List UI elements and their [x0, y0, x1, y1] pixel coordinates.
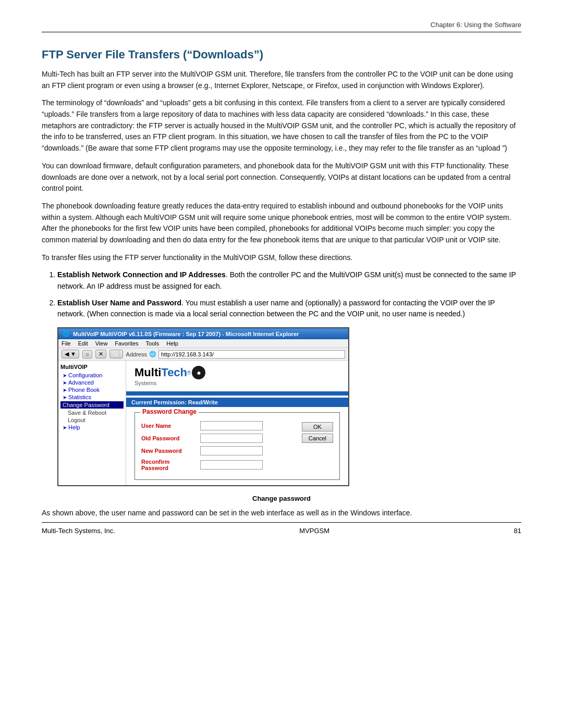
sidebar-item-statistics[interactable]: ➤ Statistics — [60, 394, 124, 400]
sidebar-item-change-password[interactable]: Change Password — [60, 401, 124, 409]
sidebar-item-configuration[interactable]: ➤ Configuration — [60, 372, 124, 378]
page-header: Chapter 6: Using the Software — [42, 21, 521, 32]
form-legend: Password Change — [140, 408, 199, 415]
stop-button[interactable]: ✕ — [95, 350, 106, 359]
cancel-button[interactable]: Cancel — [302, 434, 333, 443]
sidebar-item-save-reboot[interactable]: Save & Reboot — [60, 410, 124, 416]
address-input[interactable] — [158, 350, 345, 359]
password-form-container: Password Change User Name Old Password — [126, 407, 348, 485]
footer-left: Multi-Tech Systems, Inc. — [42, 527, 115, 535]
menu-favorites[interactable]: Favorites — [115, 340, 138, 347]
form-row-new-password: New Password — [141, 446, 297, 455]
paragraph-2: The terminology of “downloads” and “uplo… — [42, 97, 521, 154]
address-label: Address — [126, 351, 147, 357]
list-item-1: Establish Network Connection and IP Addr… — [57, 269, 521, 292]
input-reconfirm-password[interactable] — [200, 460, 263, 470]
paragraph-5: To transfer files using the FTP server f… — [42, 252, 521, 264]
footer-right: 81 — [514, 527, 521, 535]
browser-title-icon: 🌐 — [63, 330, 70, 337]
input-old-password[interactable] — [200, 434, 263, 443]
home-button[interactable]: ⬜ — [109, 350, 123, 359]
form-fields: User Name Old Password New Password — [141, 421, 297, 474]
instructions-list: Establish Network Connection and IP Addr… — [57, 269, 521, 320]
browser-content: MultiVOIP ➤ Configuration ➤ Advanced ➤ P… — [58, 361, 348, 485]
footer-center: MVPGSM — [299, 527, 329, 535]
sidebar-header: MultiVOIP — [60, 364, 124, 370]
ok-button[interactable]: OK — [302, 422, 333, 431]
chapter-label: Chapter 6: Using the Software — [431, 21, 521, 29]
multitech-logo: MultiTech® ● — [134, 366, 205, 379]
label-user-name: User Name — [141, 423, 196, 429]
sidebar-label-statistics: Statistics — [68, 394, 91, 400]
permission-bar: Current Permission: Read/Write — [126, 398, 348, 407]
section-title: FTP Server File Transfers (“Downloads”) — [42, 48, 521, 61]
browser-sidebar: MultiVOIP ➤ Configuration ➤ Advanced ➤ P… — [58, 361, 126, 485]
sidebar-label-configuration: Configuration — [68, 372, 102, 378]
logo-area: MultiTech® ● Systems — [126, 361, 348, 391]
form-inner: User Name Old Password New Password — [141, 421, 333, 474]
list-item-2-bold: Establish User Name and Password — [57, 299, 181, 307]
sidebar-label-help: Help — [68, 424, 80, 430]
back-button[interactable]: ◀ ▼ — [62, 350, 79, 359]
paragraph-4: The phonebook downloading feature greatl… — [42, 201, 521, 246]
after-figure-para: As shown above, the user name and passwo… — [42, 508, 521, 519]
list-item-2: Establish User Name and Password. You mu… — [57, 298, 521, 320]
label-old-password: Old Password — [141, 435, 196, 441]
browser-titlebar: 🌐 MultiVoIP MultiVOIP v6.11.0S (Firmware… — [58, 328, 348, 339]
logo-registered: ® — [187, 370, 191, 376]
refresh-button[interactable]: ○ — [82, 350, 92, 359]
arrow-icon-3: ➤ — [63, 387, 67, 393]
sidebar-item-help[interactable]: ➤ Help — [60, 424, 124, 430]
sidebar-item-logout[interactable]: Logout — [60, 417, 124, 423]
browser-screenshot: 🌐 MultiVoIP MultiVOIP v6.11.0S (Firmware… — [57, 327, 349, 486]
form-row-reconfirm-password: Reconfirm Password — [141, 459, 297, 471]
sidebar-label-save-reboot: Save & Reboot — [68, 410, 106, 416]
sidebar-label-change-password: Change Password — [63, 402, 109, 408]
logo-circle: ● — [192, 366, 205, 379]
browser-menubar[interactable]: File Edit View Favorites Tools Help — [58, 339, 348, 348]
form-buttons: OK Cancel — [302, 421, 333, 474]
label-new-password: New Password — [141, 448, 196, 454]
sidebar-item-phonebook[interactable]: ➤ Phone Book — [60, 387, 124, 393]
browser-main: MultiTech® ● Systems Current Permission:… — [126, 361, 348, 485]
input-user-name[interactable] — [200, 421, 263, 430]
figure-caption: Change password — [42, 495, 521, 502]
form-row-username: User Name — [141, 421, 297, 430]
paragraph-3: You can download firmware, default confi… — [42, 161, 521, 194]
sidebar-label-phonebook: Phone Book — [68, 387, 100, 393]
list-item-1-bold: Establish Network Connection and IP Addr… — [57, 270, 226, 279]
sidebar-item-advanced[interactable]: ➤ Advanced — [60, 379, 124, 386]
blue-bar — [126, 391, 348, 396]
address-bar: Address 🌐 — [126, 350, 345, 359]
page-footer: Multi-Tech Systems, Inc. MVPGSM 81 — [42, 522, 521, 535]
label-reconfirm-password: Reconfirm Password — [141, 459, 196, 471]
menu-file[interactable]: File — [62, 340, 71, 347]
form-row-old-password: Old Password — [141, 434, 297, 443]
menu-view[interactable]: View — [95, 340, 108, 347]
menu-help[interactable]: Help — [166, 340, 178, 347]
menu-edit[interactable]: Edit — [78, 340, 88, 347]
input-new-password[interactable] — [200, 446, 263, 455]
sidebar-label-advanced: Advanced — [68, 379, 94, 386]
sidebar-label-logout: Logout — [68, 417, 85, 423]
browser-title-text: MultiVoIP MultiVOIP v6.11.0S (Firmware :… — [73, 331, 299, 337]
logo-multi: Multi — [134, 366, 161, 379]
paragraph-1: Multi-Tech has built an FTP server into … — [42, 69, 521, 91]
page: Chapter 6: Using the Software FTP Server… — [0, 0, 563, 550]
password-form-box: Password Change User Name Old Password — [134, 412, 340, 480]
arrow-icon-4: ➤ — [63, 394, 67, 400]
arrow-icon-2: ➤ — [63, 380, 67, 386]
logo-circle-icon: ● — [197, 368, 201, 377]
logo-tech: Tech — [161, 366, 187, 379]
arrow-icon-5: ➤ — [63, 425, 67, 430]
logo-systems: Systems — [134, 380, 340, 386]
arrow-icon: ➤ — [63, 373, 67, 378]
browser-toolbar: ◀ ▼ ○ ✕ ⬜ Address 🌐 — [58, 348, 348, 361]
menu-tools[interactable]: Tools — [146, 340, 160, 347]
